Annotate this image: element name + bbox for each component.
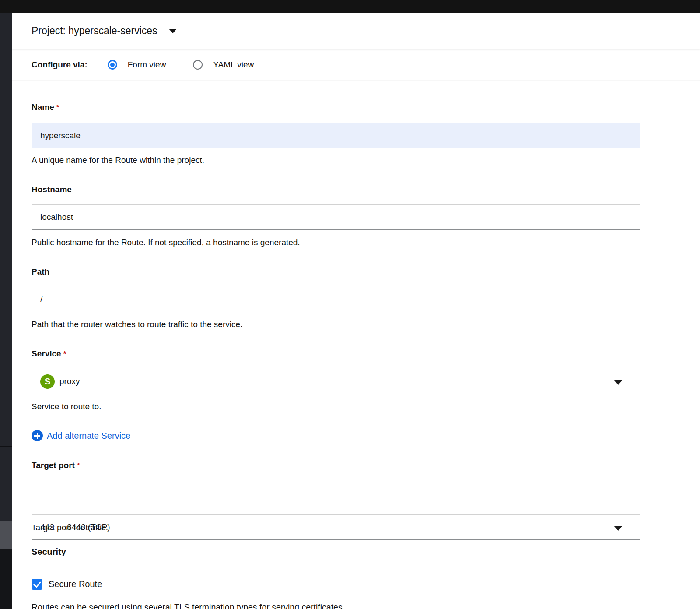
add-alternate-service-row: Add alternate Service	[32, 430, 640, 443]
secure-route-label: Secure Route	[49, 579, 102, 589]
radio-yaml-view-label: YAML view	[213, 60, 254, 70]
radio-unselected-icon[interactable]	[193, 60, 203, 70]
hostname-input[interactable]	[32, 204, 640, 230]
configure-via-row: Configure via: Form view YAML view	[12, 49, 700, 80]
service-select[interactable]: S proxy	[32, 369, 640, 394]
target-port-field-label: Target port*	[32, 461, 640, 470]
project-selector-bar: Project: hyperscale-services	[12, 13, 700, 49]
route-form: Name* A unique name for the Route within…	[12, 80, 700, 609]
masthead-bar	[0, 0, 700, 13]
tls-description-text: Routes can be secured using several TLS …	[32, 602, 640, 609]
add-alternate-service-label: Add alternate Service	[47, 431, 130, 441]
target-port-label-text: Target port	[32, 461, 75, 470]
required-marker: *	[63, 350, 66, 358]
hostname-label-text: Hostname	[32, 185, 72, 194]
service-field-label: Service*	[32, 349, 640, 359]
path-label-text: Path	[32, 267, 49, 276]
sidebar-edge-bottom	[0, 549, 12, 609]
name-input[interactable]	[32, 123, 640, 148]
checkbox-checked-icon[interactable]	[32, 579, 42, 590]
project-dropdown[interactable]: Project: hyperscale-services	[32, 25, 177, 37]
required-marker: *	[77, 461, 80, 470]
configure-via-label: Configure via:	[32, 60, 88, 70]
add-alternate-service-link[interactable]: Add alternate Service	[32, 430, 130, 441]
caret-down-icon	[614, 380, 623, 385]
service-badge-icon: S	[40, 374, 55, 389]
path-field-label: Path	[32, 267, 640, 277]
plus-circle-icon	[32, 430, 43, 441]
caret-down-icon	[169, 29, 177, 33]
project-dropdown-label: Project: hyperscale-services	[32, 25, 158, 37]
secure-route-row: Secure Route	[32, 579, 640, 590]
service-select-value: proxy	[60, 377, 80, 386]
hostname-field-label: Hostname	[32, 185, 640, 194]
service-label-text: Service	[32, 349, 61, 358]
sidebar-divider	[0, 446, 12, 447]
radio-form-view-label: Form view	[128, 60, 166, 70]
scrollbar-thumb[interactable]	[0, 521, 12, 549]
radio-yaml-view[interactable]: YAML view	[193, 60, 254, 70]
create-route-page: Project: hyperscale-services Configure v…	[0, 0, 700, 609]
security-section-heading: Security	[32, 547, 640, 557]
path-helper-text: Path that the router watches to route tr…	[32, 320, 640, 329]
path-input[interactable]	[32, 287, 640, 312]
target-port-helper-text: Target port for traffic.	[32, 523, 640, 532]
name-field-label: Name*	[32, 102, 640, 112]
secure-route-checkbox-row[interactable]: Secure Route	[32, 579, 640, 590]
name-helper-text: A unique name for the Route within the p…	[32, 155, 640, 165]
name-label-text: Name	[32, 102, 54, 112]
radio-form-view[interactable]: Form view	[108, 60, 166, 70]
radio-selected-icon[interactable]	[108, 60, 117, 70]
sidebar-edge	[0, 13, 12, 609]
required-marker: *	[56, 103, 60, 112]
service-helper-text: Service to route to.	[32, 402, 640, 412]
hostname-helper-text: Public hostname for the Route. If not sp…	[32, 238, 640, 247]
